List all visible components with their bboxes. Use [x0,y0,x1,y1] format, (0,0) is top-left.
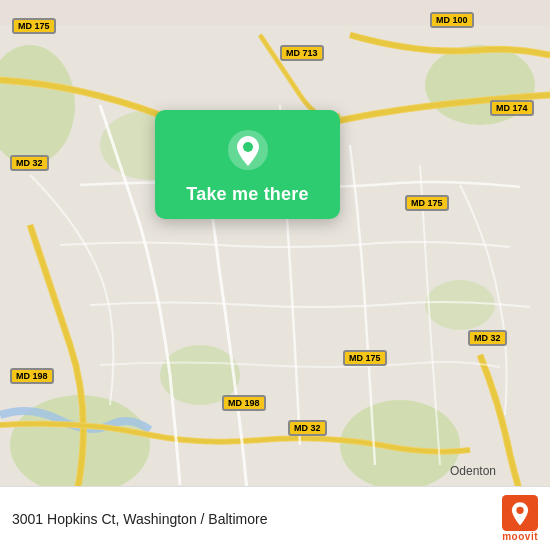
map-background: Odenton [0,0,550,550]
road-badge-md174: MD 174 [490,100,534,116]
road-badge-md32-right: MD 32 [468,330,507,346]
address-text: 3001 Hopkins Ct, Washington / Baltimore [12,511,268,527]
road-badge-md713: MD 713 [280,45,324,61]
road-badge-md100: MD 100 [430,12,474,28]
road-badge-md198-mid: MD 198 [222,395,266,411]
moovit-logo: moovit [502,495,538,542]
svg-point-10 [243,142,253,152]
road-badge-md175-top: MD 175 [12,18,56,34]
svg-point-6 [425,280,495,330]
svg-point-2 [340,400,460,490]
location-card: Take me there [155,110,340,219]
location-pin-icon [226,128,270,172]
svg-text:Odenton: Odenton [450,464,496,478]
road-badge-md198-left: MD 198 [10,368,54,384]
road-badge-md175-bottom: MD 175 [343,350,387,366]
road-badge-md32-bottom: MD 32 [288,420,327,436]
take-me-there-button[interactable]: Take me there [186,184,308,205]
moovit-icon [502,495,538,531]
road-badge-md175-right: MD 175 [405,195,449,211]
road-badge-md32-left: MD 32 [10,155,49,171]
moovit-label: moovit [502,531,538,542]
svg-point-12 [516,507,523,514]
map-container: Odenton MD 175 MD 100 MD 174 MD 713 MD 3… [0,0,550,550]
bottom-bar: 3001 Hopkins Ct, Washington / Baltimore … [0,486,550,550]
